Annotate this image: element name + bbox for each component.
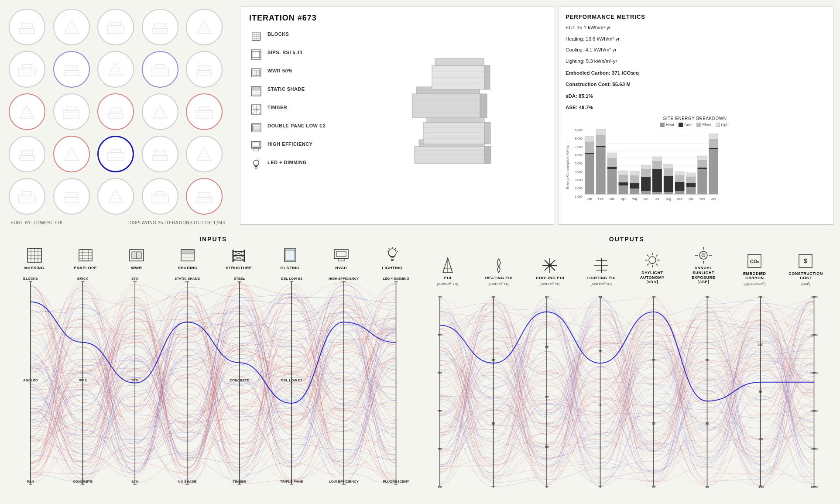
- site-energy-chart: SITE ENERGY BREAKDOWN Heat Cool Elect Li…: [566, 116, 824, 203]
- lighting-label: LIGHTING: [382, 266, 402, 271]
- svg-text:20: 20: [491, 295, 495, 299]
- svg-rect-203: [619, 185, 628, 194]
- grid-cell-9[interactable]: [186, 51, 223, 88]
- input-col-massing: MASSING: [17, 246, 52, 271]
- metrics-ase: ASE: 49.7%: [566, 103, 824, 112]
- svg-text:DBL LOW E2: DBL LOW E2: [281, 378, 303, 382]
- grid-cell-12[interactable]: [97, 93, 134, 130]
- eui-sublabel: [KWH/M²·YR]: [437, 282, 458, 286]
- grid-cell-24[interactable]: [186, 178, 223, 215]
- svg-rect-113: [199, 192, 210, 198]
- svg-text:10: 10: [491, 422, 495, 425]
- grid-cell-10[interactable]: [9, 93, 45, 130]
- svg-rect-191: [585, 136, 594, 142]
- output-icons-row: EUI [KWH/M²·YR] HEATING EUI [KWH/M²·YR]: [422, 246, 832, 286]
- svg-rect-148: [254, 148, 259, 151]
- param-icon-4: [249, 103, 263, 117]
- output-col-sda: DAYLIGHT AUTONOMY [sDA]: [635, 251, 670, 286]
- svg-text:Dec: Dec: [711, 197, 717, 200]
- grid-footer: SORT BY: LOWEST EUI DISPLAYING 25 ITERAT…: [9, 217, 227, 227]
- svg-line-367: [647, 264, 648, 265]
- param-label-5: DOUBLE PANE LOW E2: [267, 121, 326, 129]
- grid-cell-11[interactable]: [53, 93, 90, 130]
- metrics-cooling: Cooling: 4.1 kWh/m²·yr: [566, 46, 824, 55]
- grid-cell-1[interactable]: [53, 9, 90, 45]
- svg-line-365: [656, 264, 658, 265]
- envelope-icon: [76, 246, 95, 264]
- envelope-label: ENVELOPE: [74, 266, 97, 271]
- svg-text:ANGLED: ANGLED: [23, 378, 38, 382]
- grid-cell-20[interactable]: [9, 178, 45, 215]
- grid-cell-0[interactable]: [9, 9, 45, 45]
- svg-text:40: 40: [545, 295, 548, 299]
- grid-cell-2[interactable]: [97, 9, 134, 45]
- svg-text:70: 70: [705, 295, 709, 299]
- svg-text:0: 0: [599, 485, 601, 489]
- svg-text:Mar: Mar: [610, 197, 615, 200]
- input-icons-row: MASSING ENVELOPE W: [9, 246, 418, 271]
- inputs-parallel-chart: BLOCKSANGLEDFANBRICKSIPSCONCRETE80%50%20…: [9, 273, 418, 500]
- grid-cell-7[interactable]: [97, 51, 134, 88]
- grid-cell-16[interactable]: [53, 136, 90, 172]
- svg-rect-70: [20, 155, 34, 161]
- svg-line-292: [388, 248, 389, 249]
- heating-label: HEATING EUI: [485, 276, 513, 281]
- param-icon-7: [249, 158, 263, 171]
- svg-line-364: [647, 254, 648, 256]
- svg-rect-285: [338, 258, 344, 261]
- structure-label: STRUCTURE: [226, 266, 252, 271]
- grid-cell-13[interactable]: [142, 93, 178, 130]
- svg-rect-201: [607, 153, 617, 158]
- svg-rect-246: [709, 134, 718, 139]
- heating-icon: [490, 256, 508, 274]
- svg-rect-43: [199, 65, 210, 71]
- massing-label: MASSING: [24, 266, 45, 271]
- svg-text:30: 30: [651, 485, 655, 489]
- svg-rect-189: [585, 153, 594, 154]
- legend-heat: Heat: [660, 123, 674, 127]
- grid-cell-6[interactable]: [53, 51, 90, 88]
- svg-rect-172: [432, 65, 484, 89]
- iteration-grid: [9, 9, 227, 217]
- svg-text:STEEL: STEEL: [234, 277, 245, 281]
- svg-rect-84: [153, 155, 168, 161]
- svg-rect-98: [64, 198, 79, 203]
- grid-cell-8[interactable]: [142, 51, 178, 88]
- output-col-lighting-eui: LIGHTING EUI [KWH/M²·YR]: [584, 256, 619, 286]
- hvac-label: HVAC: [335, 266, 347, 271]
- svg-text:10: 10: [598, 349, 602, 353]
- grid-cell-22[interactable]: [97, 178, 134, 215]
- grid-cell-18[interactable]: [142, 136, 178, 172]
- legend-light: Light: [716, 123, 730, 127]
- svg-rect-195: [596, 135, 606, 146]
- svg-rect-99: [66, 192, 77, 198]
- building-svg: [406, 41, 493, 190]
- svg-marker-104: [108, 190, 123, 203]
- grid-cell-5[interactable]: [9, 51, 45, 88]
- metrics-sda: sDA: 85.1%: [566, 92, 824, 101]
- svg-rect-244: [709, 148, 718, 149]
- param-icon-6: [249, 139, 263, 153]
- grid-cell-21[interactable]: [53, 178, 90, 215]
- svg-text:30: 30: [545, 345, 548, 349]
- grid-cell-23[interactable]: [142, 178, 178, 215]
- svg-rect-209: [630, 183, 639, 189]
- svg-text:20: 20: [545, 395, 548, 399]
- svg-point-359: [649, 257, 656, 264]
- grid-cell-15[interactable]: [9, 136, 45, 172]
- svg-text:CONCRETE: CONCRETE: [73, 480, 93, 483]
- grid-cell-3[interactable]: [142, 9, 178, 45]
- svg-marker-90: [197, 147, 212, 161]
- grid-cell-14[interactable]: [186, 93, 223, 130]
- svg-rect-80: [107, 153, 124, 161]
- grid-cell-4[interactable]: [186, 9, 223, 45]
- grid-cell-19[interactable]: [186, 136, 223, 172]
- svg-rect-39: [155, 65, 165, 68]
- svg-text:2400: 2400: [810, 371, 818, 375]
- svg-rect-196: [596, 129, 606, 135]
- grid-cell-17[interactable]: [97, 136, 134, 172]
- svg-text:2200: 2200: [810, 409, 818, 413]
- svg-rect-236: [686, 173, 696, 177]
- svg-marker-62: [153, 105, 168, 118]
- input-col-glazing: GLAZING: [273, 246, 308, 271]
